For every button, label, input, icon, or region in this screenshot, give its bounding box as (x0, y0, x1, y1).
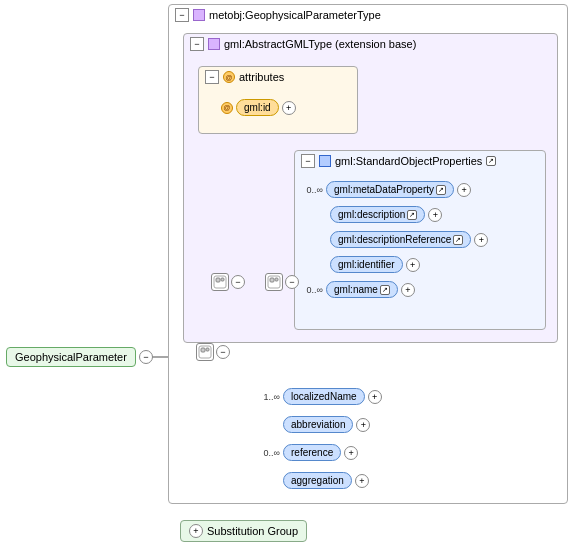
abbreviation-expand[interactable]: + (356, 418, 370, 432)
name-multiplicity: 0..∞ (303, 285, 323, 295)
abstractgml-header: − gml:AbstractGMLType (extension base) (184, 34, 557, 54)
compose-minus-1[interactable]: − (231, 275, 245, 289)
aggregation-row: aggregation + (252, 472, 369, 489)
aggregation-label: aggregation (283, 472, 352, 489)
compose-minus-2[interactable]: − (285, 275, 299, 289)
compose-icon-3 (196, 343, 214, 361)
geophysical-label: GeophysicalParameter (6, 347, 136, 367)
attributes-label: attributes (239, 71, 284, 83)
svg-rect-19 (216, 278, 220, 282)
aggregation-expand[interactable]: + (355, 474, 369, 488)
abstractgml-collapse-btn[interactable]: − (190, 37, 204, 51)
metobj-label: metobj:GeophysicalParameterType (209, 9, 381, 21)
attributes-collapse-btn[interactable]: − (205, 70, 219, 84)
metadata-row: 0..∞ gml:metaDataProperty ↗ + (303, 181, 471, 198)
metobj-header: − metobj:GeophysicalParameterType (169, 5, 567, 25)
description-row: gml:description ↗ + (303, 206, 442, 223)
description-label: gml:description ↗ (330, 206, 425, 223)
descref-row: gml:descriptionReference ↗ + (303, 231, 488, 248)
metobj-collapse-btn[interactable]: − (175, 8, 189, 22)
svg-rect-22 (270, 278, 274, 282)
identifier-label: gml:identifier (330, 256, 403, 273)
metobj-icon (193, 9, 205, 21)
gmlid-expand-btn[interactable]: + (282, 101, 296, 115)
name-expand-btn[interactable]: + (401, 283, 415, 297)
reference-expand[interactable]: + (344, 446, 358, 460)
descref-ext-icon[interactable]: ↗ (453, 235, 463, 245)
name-label: gml:name ↗ (326, 281, 398, 298)
standard-ext-icon[interactable]: ↗ (486, 156, 496, 166)
compose-group-3: − (196, 343, 230, 361)
descref-label: gml:descriptionReference ↗ (330, 231, 471, 248)
name-row: 0..∞ gml:name ↗ + (303, 281, 415, 298)
reference-label: reference (283, 444, 341, 461)
geophysical-minus[interactable]: − (139, 350, 153, 364)
standard-header: − gml:StandardObjectProperties ↗ (295, 151, 545, 171)
description-expand-btn[interactable]: + (428, 208, 442, 222)
svg-rect-20 (221, 278, 224, 281)
compose-group-1: − (211, 273, 245, 291)
compose-icon-2 (265, 273, 283, 291)
substitution-label: Substitution Group (207, 525, 298, 537)
diagram-container: − metobj:GeophysicalParameterType − gml:… (0, 0, 577, 560)
standard-collapse-btn[interactable]: − (301, 154, 315, 168)
compose-icon-1 (211, 273, 229, 291)
standard-icon (319, 155, 331, 167)
svg-rect-26 (206, 348, 209, 351)
gmlid-label: gml:id (236, 99, 279, 116)
attributes-header: − @ attributes (199, 67, 357, 87)
localizedname-mult: 1..∞ (252, 392, 280, 402)
gmlid-at-icon: @ (221, 102, 233, 114)
substitution-group-box: + Substitution Group (180, 520, 307, 542)
descref-expand-btn[interactable]: + (474, 233, 488, 247)
compose-minus-3[interactable]: − (216, 345, 230, 359)
description-ext-icon[interactable]: ↗ (407, 210, 417, 220)
name-ext-icon[interactable]: ↗ (380, 285, 390, 295)
substitution-expand[interactable]: + (189, 524, 203, 538)
metadata-expand-btn[interactable]: + (457, 183, 471, 197)
compose-group-2: − (265, 273, 299, 291)
identifier-expand-btn[interactable]: + (406, 258, 420, 272)
abbreviation-label: abbreviation (283, 416, 353, 433)
abstractgml-box: − gml:AbstractGMLType (extension base) −… (183, 33, 558, 343)
svg-rect-23 (275, 278, 278, 281)
metadata-ext-icon[interactable]: ↗ (436, 185, 446, 195)
gmlid-node: @ gml:id + (221, 99, 296, 116)
metadata-label: gml:metaDataProperty ↗ (326, 181, 454, 198)
reference-mult: 0..∞ (252, 448, 280, 458)
localizedname-row: 1..∞ localizedName + (252, 388, 382, 405)
abbreviation-row: abbreviation + (252, 416, 370, 433)
geophysical-node: GeophysicalParameter − (6, 347, 153, 367)
abstractgml-icon (208, 38, 220, 50)
svg-rect-25 (201, 348, 205, 352)
localizedname-label: localizedName (283, 388, 365, 405)
abstractgml-label: gml:AbstractGMLType (extension base) (224, 38, 416, 50)
standard-label: gml:StandardObjectProperties (335, 155, 482, 167)
attributes-at-icon: @ (223, 71, 235, 83)
metadata-multiplicity: 0..∞ (303, 185, 323, 195)
identifier-row: gml:identifier + (303, 256, 420, 273)
attributes-box: − @ attributes @ gml:id + (198, 66, 358, 134)
reference-row: 0..∞ reference + (252, 444, 358, 461)
standard-box: − gml:StandardObjectProperties ↗ 0..∞ gm… (294, 150, 546, 330)
localizedname-expand[interactable]: + (368, 390, 382, 404)
